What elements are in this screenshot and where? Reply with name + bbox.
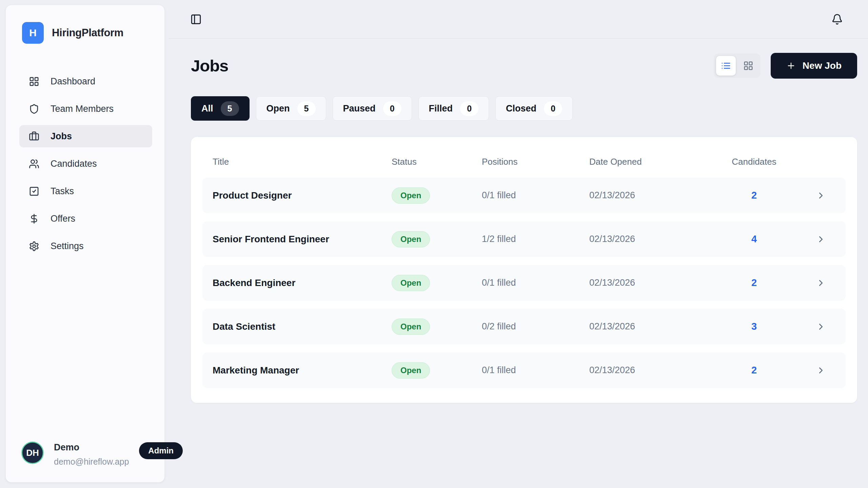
sidebar-item-label: Tasks (51, 186, 74, 197)
grid-icon (743, 61, 753, 71)
sidebar-toggle-button[interactable] (190, 14, 202, 25)
status-badge: Open (392, 187, 430, 204)
sidebar-item-label: Offers (51, 214, 75, 224)
job-positions: 1/2 filled (482, 234, 589, 244)
sidebar-item-candidates[interactable]: Candidates (19, 152, 152, 175)
dollar-icon (29, 214, 39, 224)
job-candidates-count[interactable]: 2 (725, 190, 783, 201)
view-toggle (714, 54, 761, 78)
table-row[interactable]: Data Scientist Open 0/2 filled 02/13/202… (202, 309, 846, 344)
user-info: Demo demo@hireflow.app (54, 442, 129, 467)
sidebar-item-label: Settings (51, 241, 84, 251)
job-positions: 0/1 filled (482, 365, 589, 375)
list-icon (721, 61, 731, 71)
user-name: Demo (54, 442, 129, 453)
sidebar-item-label: Jobs (51, 131, 72, 142)
filter-tab-filled[interactable]: Filled 0 (418, 96, 489, 121)
chevron-right-icon[interactable] (816, 278, 846, 288)
filter-tab-closed[interactable]: Closed 0 (495, 96, 573, 121)
filter-tab-label: Closed (506, 103, 536, 114)
chevron-right-icon[interactable] (816, 190, 846, 201)
job-status-cell: Open (392, 187, 482, 204)
job-positions: 0/1 filled (482, 278, 589, 288)
job-status-cell: Open (392, 231, 482, 247)
sidebar: H HiringPlatform Dashboard Team Members … (5, 5, 165, 483)
table-row[interactable]: Backend Engineer Open 0/1 filled 02/13/2… (202, 265, 846, 301)
sidebar-item-dashboard[interactable]: Dashboard (19, 70, 152, 93)
job-title: Senior Frontend Engineer (213, 234, 392, 245)
sidebar-item-tasks[interactable]: Tasks (19, 180, 152, 202)
plus-icon (786, 61, 796, 70)
sidebar-item-team-members[interactable]: Team Members (19, 98, 152, 120)
filter-tab-all[interactable]: All 5 (191, 96, 250, 121)
job-title: Data Scientist (213, 321, 392, 332)
users-icon (29, 159, 39, 169)
job-positions: 0/2 filled (482, 321, 589, 332)
filter-tab-count-badge: 0 (460, 101, 478, 116)
job-positions: 0/1 filled (482, 190, 589, 201)
sidebar-item-offers[interactable]: Offers (19, 207, 152, 230)
job-date-opened: 02/13/2026 (589, 321, 725, 332)
bell-icon (831, 14, 843, 25)
column-header-candidates: Candidates (725, 157, 783, 167)
dashboard-icon (29, 76, 39, 87)
chevron-right-icon[interactable] (816, 234, 846, 244)
column-header-positions: Positions (482, 157, 589, 167)
filter-tab-open[interactable]: Open 5 (256, 96, 326, 121)
table-row[interactable]: Marketing Manager Open 0/1 filled 02/13/… (202, 352, 846, 388)
table-row[interactable]: Senior Frontend Engineer Open 1/2 filled… (202, 221, 846, 257)
notifications-button[interactable] (831, 14, 843, 25)
briefcase-icon (29, 131, 39, 142)
job-status-cell: Open (392, 362, 482, 379)
gear-icon (29, 241, 39, 251)
filter-tab-label: All (201, 103, 213, 114)
page-header: Jobs (191, 53, 857, 79)
job-status-cell: Open (392, 275, 482, 291)
check-square-icon (29, 186, 39, 197)
column-header-title: Title (213, 157, 392, 167)
filter-tab-count-badge: 0 (544, 101, 562, 116)
status-badge: Open (392, 362, 430, 379)
job-candidates-count[interactable]: 4 (725, 233, 783, 245)
sidebar-item-settings[interactable]: Settings (19, 235, 152, 257)
brand: H HiringPlatform (19, 22, 152, 44)
main-area: Jobs (169, 0, 868, 488)
filter-tab-count-badge: 5 (297, 101, 316, 116)
filter-tab-count-badge: 0 (383, 101, 401, 116)
filter-tab-label: Paused (343, 103, 376, 114)
new-job-button[interactable]: New Job (771, 53, 857, 79)
chevron-right-icon[interactable] (816, 322, 846, 332)
filter-tab-paused[interactable]: Paused 0 (333, 96, 412, 121)
job-title: Backend Engineer (213, 278, 392, 288)
status-badge: Open (392, 231, 430, 247)
job-candidates-count[interactable]: 2 (725, 365, 783, 376)
chevron-right-icon[interactable] (816, 365, 846, 375)
sidebar-item-jobs[interactable]: Jobs (19, 125, 152, 147)
status-filter-tabs: All 5 Open 5 Paused 0 Filled 0 Closed 0 (191, 96, 857, 121)
header-actions: New Job (714, 53, 857, 79)
shield-icon (29, 104, 39, 114)
avatar: DH (21, 442, 44, 464)
sidebar-nav: Dashboard Team Members Jobs Candidates T… (19, 70, 152, 257)
filter-tab-count-badge: 5 (221, 101, 239, 116)
list-view-button[interactable] (716, 56, 736, 76)
sidebar-item-label: Dashboard (51, 76, 95, 87)
job-date-opened: 02/13/2026 (589, 190, 725, 201)
job-title: Marketing Manager (213, 365, 392, 376)
column-header-date-opened: Date Opened (589, 157, 725, 167)
content: Jobs (169, 39, 868, 403)
filter-tab-label: Open (267, 103, 290, 114)
job-candidates-count[interactable]: 2 (725, 277, 783, 288)
jobs-table-card: Title Status Positions Date Opened Candi… (191, 137, 857, 403)
filter-tab-label: Filled (429, 103, 453, 114)
column-header-status: Status (392, 157, 482, 167)
user-profile[interactable]: DH Demo demo@hireflow.app Admin (19, 442, 152, 467)
table-row[interactable]: Product Designer Open 0/1 filled 02/13/2… (202, 178, 846, 213)
grid-view-button[interactable] (738, 56, 758, 76)
job-date-opened: 02/13/2026 (589, 365, 725, 375)
job-title: Product Designer (213, 190, 392, 201)
job-status-cell: Open (392, 319, 482, 335)
job-candidates-count[interactable]: 3 (725, 321, 783, 332)
status-badge: Open (392, 319, 430, 335)
user-email: demo@hireflow.app (54, 457, 129, 467)
